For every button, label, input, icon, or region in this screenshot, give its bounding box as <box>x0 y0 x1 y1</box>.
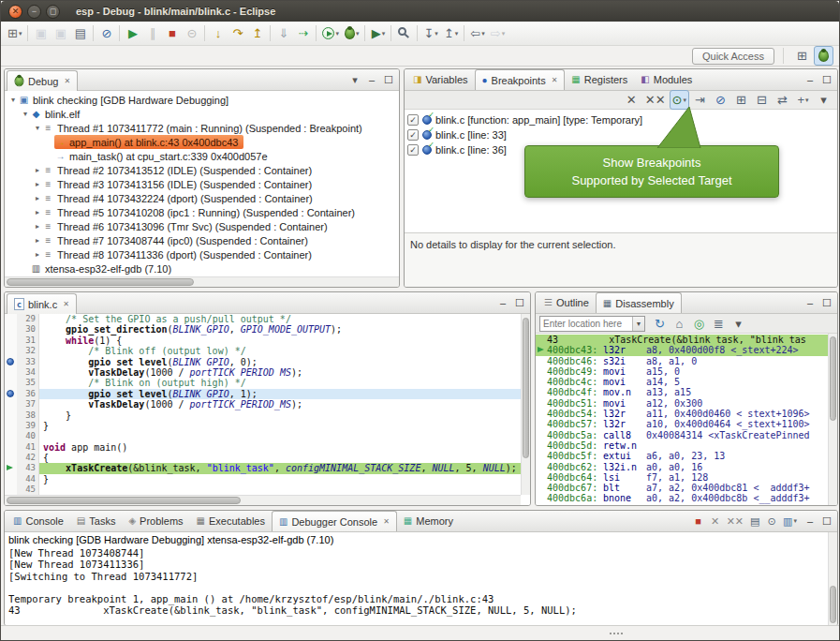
debug-tree-row[interactable]: ▥xtensa-esp32-elf-gdb (7.10) <box>5 261 399 276</box>
window-close-button[interactable]: ✕ <box>8 5 22 19</box>
disassembly-line[interactable]: 400dbc6a:bnonea0, a2, 0x400dbc8b <__addd… <box>536 493 837 503</box>
window-minimize-button[interactable]: − <box>27 5 41 19</box>
tree-expander-icon[interactable]: ▸ <box>33 236 42 245</box>
breakpoint-row[interactable]: ✓blink.c [line: 33] <box>407 127 837 142</box>
breakpoint-checkbox[interactable]: ✓ <box>407 129 419 141</box>
view-menu-icon[interactable]: ▾ <box>346 71 363 88</box>
next-annotation-icon[interactable]: ↧▾ <box>420 23 440 43</box>
minimize-view-icon[interactable]: – <box>802 294 818 311</box>
disassembly-line[interactable]: 400dbc4c:movia14, 5 <box>536 377 837 387</box>
tree-expander-icon[interactable]: ▸ <box>33 180 42 188</box>
code-text[interactable]: } <box>39 421 530 431</box>
remove-selected-breakpoints-icon[interactable]: ✕ <box>622 90 641 110</box>
tree-expander-icon[interactable]: ▸ <box>33 222 42 231</box>
editor-marker-ruler[interactable] <box>5 410 17 421</box>
breakpoint-row[interactable]: ✓blink.c [function: app_main] [type: Tem… <box>407 112 837 127</box>
step-into-icon[interactable]: ↓ <box>208 23 228 43</box>
close-tab-icon[interactable]: ✕ <box>552 76 558 84</box>
tree-expander-icon[interactable]: ▾ <box>8 96 18 104</box>
breakpoint-checkbox[interactable]: ✓ <box>407 114 419 126</box>
debug-tree-row[interactable]: ▸≡Thread #5 1073410208 (ipc1 : Running) … <box>5 205 399 219</box>
tab-variables[interactable]: ◨Variables <box>406 69 475 90</box>
view-menu-icon[interactable]: ▾ <box>814 90 833 110</box>
code-editor[interactable]: 29 /* Set the GPIO as a push/pull output… <box>5 314 530 505</box>
editor-marker-ruler[interactable] <box>5 357 17 367</box>
location-input[interactable] <box>540 319 632 329</box>
pin-console-icon[interactable]: ⊙ <box>763 513 780 529</box>
external-tools-icon[interactable]: ▶▾ <box>368 23 388 43</box>
tab-registers[interactable]: ▦Registers <box>565 69 634 90</box>
console-vertical-scrollbar[interactable] <box>828 532 837 625</box>
suspend-icon[interactable]: ∥ <box>142 23 162 43</box>
debug-icon[interactable]: ▾ <box>342 23 362 43</box>
debug-tree-row[interactable]: ▸≡Thread #3 1073413156 (IDLE) (Suspended… <box>5 177 399 191</box>
instruction-stepping-icon[interactable]: ⇢ <box>293 23 313 43</box>
code-text[interactable]: gpio_set_level(BLINK_GPIO, 0); <box>39 357 530 367</box>
maximize-view-icon[interactable]: ☐ <box>511 294 528 311</box>
disassembly-line[interactable]: 400dbc57:l32ra10, 0x400d0464 <_stext+110… <box>536 419 837 429</box>
expand-all-icon[interactable]: ⊞ <box>731 90 751 110</box>
minimize-view-icon[interactable]: – <box>363 71 380 88</box>
add-breakpoint-icon[interactable]: +▾ <box>793 90 813 110</box>
terminate-console-icon[interactable]: ■ <box>690 513 707 529</box>
tab-executables[interactable]: ▦Executables <box>190 511 272 531</box>
refresh-view-icon[interactable]: ↻ <box>650 314 670 334</box>
disassembly-line[interactable]: 400dbc51:movia12, 0x300 <box>536 398 837 409</box>
debug-tree-row[interactable]: ▾▣blink checking [GDB Hardware Debugging… <box>5 93 399 107</box>
editor-marker-ruler[interactable] <box>5 346 17 356</box>
tab-modules[interactable]: ◧Modules <box>634 69 699 90</box>
editor-marker-ruler[interactable] <box>5 421 17 431</box>
tab-outline[interactable]: ☰Outline <box>538 292 596 313</box>
code-text[interactable]: /* Blink off (output low) */ <box>39 346 530 356</box>
tab-console[interactable]: ▥Console <box>7 511 70 531</box>
tab-breakpoints[interactable]: ●Breakpoints✕ <box>475 69 566 90</box>
code-text[interactable] <box>39 431 530 441</box>
debug-perspective-icon[interactable] <box>814 46 833 66</box>
debug-horizontal-scrollbar[interactable] <box>5 276 399 287</box>
remove-launch-icon[interactable]: ✕ <box>707 513 724 529</box>
tree-expander-icon[interactable]: ▸ <box>33 208 42 216</box>
save-icon[interactable]: ▣ <box>31 23 51 43</box>
editor-marker-ruler[interactable] <box>5 389 17 399</box>
disassembly-vertical-scrollbar[interactable] <box>828 334 837 505</box>
disassembly-line[interactable]: 43 xTaskCreate(&blink_task, "blink_tas <box>536 335 837 345</box>
run-icon[interactable]: ▾ <box>319 23 342 43</box>
editor-marker-ruler[interactable] <box>5 442 17 453</box>
window-maximize-button[interactable]: ◻ <box>46 5 60 19</box>
debug-tree-row[interactable]: ▾◆blink.elf <box>5 107 399 121</box>
tree-expander-icon[interactable]: ▾ <box>21 110 30 118</box>
minimize-view-icon[interactable]: – <box>802 513 818 529</box>
new-wizard-icon[interactable]: ⊞▾ <box>5 23 24 43</box>
disassembly-line[interactable]: 400dbc67:blta7, a2, 0x400dbc81 <__adddf3… <box>536 483 837 493</box>
resume-icon[interactable]: ▶ <box>123 23 142 43</box>
step-return-icon[interactable]: ↥ <box>247 23 267 43</box>
clear-console-icon[interactable]: ▤ <box>746 513 763 529</box>
code-text[interactable]: { <box>39 453 530 463</box>
code-text[interactable]: xTaskCreate(&blink_task, "blink_task", c… <box>39 463 530 473</box>
tree-expander-icon[interactable]: ▸ <box>33 250 42 259</box>
editor-marker-ruler[interactable] <box>5 378 17 388</box>
search-icon[interactable] <box>394 23 414 43</box>
code-text[interactable]: gpio_set_level(BLINK_GPIO, 1); <box>39 389 530 399</box>
open-perspective-icon[interactable]: ⊞ <box>792 46 812 66</box>
disassembly-line[interactable]: 400dbc54:l32ra11, 0x400d0460 <_stext+109… <box>536 409 837 419</box>
disassembly-line[interactable]: 400dbc5f:extuia6, a0, 23, 13 <box>536 451 837 461</box>
disassembly-line[interactable]: 400dbc4f:mov.na13, a15 <box>536 387 837 397</box>
debug-tree-row[interactable]: ▸≡Thread #8 1073411336 (dport) (Suspende… <box>5 247 399 261</box>
sync-with-active-context-icon[interactable]: ◎ <box>689 314 709 334</box>
terminate-icon[interactable]: ■ <box>162 23 182 43</box>
previous-annotation-icon[interactable]: ↥▾ <box>441 23 461 43</box>
debug-tree-row[interactable]: ▸≡Thread #6 1073413096 (Tmr Svc) (Suspen… <box>5 219 399 233</box>
editor-marker-ruler[interactable] <box>5 314 17 324</box>
code-text[interactable]: gpio_set_direction(BLINK_GPIO, GPIO_MODE… <box>39 324 530 335</box>
remove-all-terminated-icon[interactable]: ✕✕ <box>724 513 746 529</box>
breakpoint-checkbox[interactable]: ✓ <box>407 144 419 156</box>
tab-memory[interactable]: ▦Memory <box>397 511 460 531</box>
skip-all-breakpoints-icon[interactable]: ⊘ <box>96 23 116 43</box>
disconnect-icon[interactable]: ⊝ <box>182 23 201 43</box>
code-text[interactable] <box>39 484 530 495</box>
code-text[interactable]: vTaskDelay(1000 / portTICK_PERIOD_MS); <box>39 367 530 378</box>
disassembly-line[interactable]: 400dbc62:l32i.na0, a0, 16 <box>536 462 837 472</box>
show-source-icon[interactable]: ≣ <box>709 314 729 334</box>
maximize-view-icon[interactable]: ☐ <box>380 71 397 88</box>
